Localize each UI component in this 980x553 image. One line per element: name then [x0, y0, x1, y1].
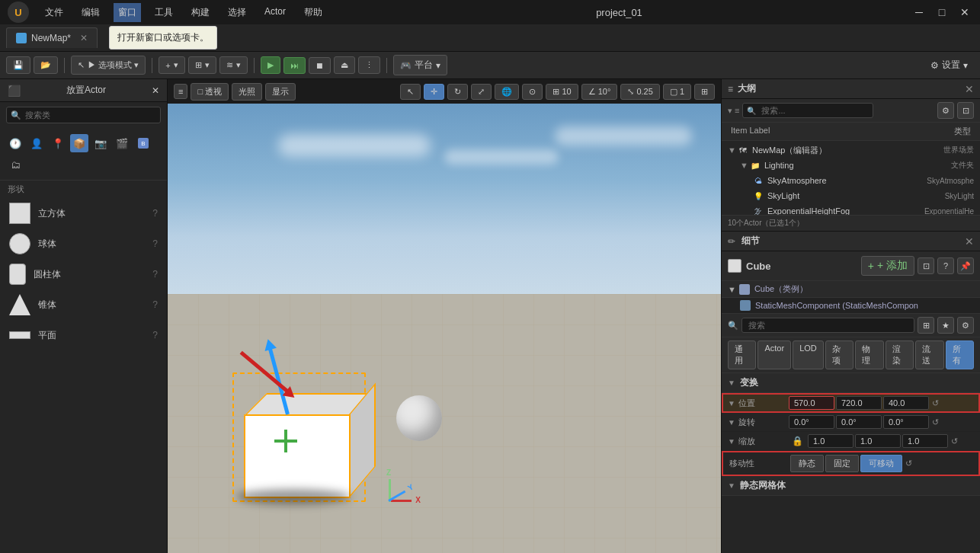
details-pin-btn[interactable]: 📌: [957, 257, 974, 274]
tab-misc[interactable]: 杂项: [825, 340, 853, 369]
tab-rendering[interactable]: 渲染: [886, 340, 914, 369]
cylinder-help-icon[interactable]: ?: [152, 269, 158, 280]
shape-cone-item[interactable]: 锥体 ?: [0, 289, 167, 320]
advance-frame-button[interactable]: ⏭: [283, 57, 306, 74]
tab-physics[interactable]: 物理: [855, 340, 883, 369]
menu-build[interactable]: 构建: [187, 3, 214, 22]
details-help-btn[interactable]: ?: [937, 257, 954, 274]
cat-shapes[interactable]: 📦: [70, 134, 88, 152]
menu-edit[interactable]: 编辑: [77, 3, 104, 22]
maximize-button[interactable]: □: [934, 5, 950, 20]
static-mesh-section-header[interactable]: ▼ 静态网格体: [722, 476, 980, 496]
vp-scale-btn[interactable]: ⤡ 0.25: [620, 84, 659, 100]
mobility-static-btn[interactable]: 静态: [790, 455, 824, 472]
tab-lod[interactable]: LOD: [793, 340, 824, 369]
rot-reset-icon[interactable]: ↺: [932, 417, 939, 427]
details-close-btn[interactable]: ✕: [965, 235, 974, 248]
vp-lit-btn[interactable]: 光照: [232, 83, 262, 101]
tab-actor[interactable]: Actor: [757, 340, 791, 369]
cat-pins[interactable]: 📍: [49, 134, 67, 152]
platform-button[interactable]: 🎮 平台 ▾: [393, 55, 447, 75]
tab-streaming[interactable]: 流送: [915, 340, 943, 369]
outliner-search-input[interactable]: [742, 103, 873, 118]
browse-button[interactable]: 📂: [34, 56, 58, 74]
cat-recent[interactable]: 🕐: [6, 134, 24, 152]
newmap-arrow[interactable]: ▼: [728, 145, 737, 155]
shape-sphere-item[interactable]: 球体 ?: [0, 229, 167, 259]
rot-y-input[interactable]: [836, 415, 882, 429]
cat-actors[interactable]: 👤: [27, 134, 46, 152]
viewport[interactable]: ≡ □ 透视 光照 显示 ↖ ✛ ↻ ⤢ 🌐 ⊙ ⊞ 10 ∠ 10° ⤡ 0.…: [168, 79, 721, 553]
place-actor-close[interactable]: ✕: [152, 85, 159, 96]
cube-help-icon[interactable]: ?: [152, 208, 158, 219]
menu-window[interactable]: 窗口: [114, 3, 141, 22]
cat-bp[interactable]: B: [134, 134, 152, 152]
outliner-filter-icon[interactable]: ▾ ≡: [728, 106, 739, 116]
tree-item-lighting[interactable]: ▼ 📁 Lighting 文件夹: [722, 158, 980, 173]
stop-button[interactable]: ⏹: [309, 57, 331, 74]
outliner-close-btn[interactable]: ✕: [965, 83, 974, 95]
details-grid-btn[interactable]: ⊞: [918, 317, 934, 334]
vp-world-tool[interactable]: 🌐: [495, 84, 519, 100]
vp-rotate-tool[interactable]: ↻: [447, 84, 468, 100]
menu-actor[interactable]: Actor: [260, 3, 290, 22]
vp-perspective-btn[interactable]: □ 透视: [191, 83, 229, 101]
rot-x-input[interactable]: [789, 415, 834, 429]
cat-folder[interactable]: 🗂: [6, 155, 24, 174]
scale-x-input[interactable]: [808, 434, 853, 448]
ue-logo[interactable]: U: [8, 2, 29, 23]
lock-scale-icon[interactable]: 🔒: [792, 436, 803, 446]
outliner-settings-btn[interactable]: ⚙: [937, 102, 954, 119]
blueprint-btn[interactable]: ⊡: [918, 257, 934, 274]
mobility-stationary-btn[interactable]: 固定: [825, 455, 859, 472]
sphere-help-icon[interactable]: ?: [152, 238, 158, 249]
scale-z-input[interactable]: [902, 434, 948, 448]
grid-snap-button[interactable]: ⊞ ▾: [188, 56, 216, 74]
scale-y-input[interactable]: [855, 434, 901, 448]
vp-menu-btn[interactable]: ≡: [174, 84, 187, 99]
add-component-btn[interactable]: + + 添加: [861, 256, 914, 276]
vp-select-tool[interactable]: ↖: [400, 84, 421, 100]
mobility-movable-btn[interactable]: 可移动: [860, 455, 902, 472]
vp-scale-tool[interactable]: ⤢: [471, 84, 492, 100]
eject-button[interactable]: ⏏: [334, 56, 355, 74]
vp-show-btn[interactable]: 显示: [265, 83, 296, 101]
tab-general[interactable]: 通用: [728, 340, 756, 369]
vp-surface-snap[interactable]: ⊙: [522, 84, 543, 100]
outliner-more-btn[interactable]: ⊡: [957, 102, 974, 119]
vp-frame-btn[interactable]: ▢ 1: [663, 84, 691, 100]
more-button[interactable]: ⋮: [358, 56, 380, 74]
tree-item-fog[interactable]: 🌫 ExponentialHeightFog ExponentialHe: [722, 203, 980, 215]
mobility-reset-icon[interactable]: ↺: [905, 459, 912, 468]
details-search-input[interactable]: [741, 318, 914, 333]
tree-item-skyatmo[interactable]: 🌤 SkyAtmosphere SkyAtmosphe: [722, 173, 980, 188]
settings-button[interactable]: ⚙ 设置 ▾: [924, 56, 974, 75]
menu-tools[interactable]: 工具: [150, 3, 178, 22]
pos-y-input[interactable]: [836, 396, 882, 410]
vp-angle-btn[interactable]: ∠ 10°: [581, 84, 618, 100]
animation-button[interactable]: ≋ ▾: [219, 56, 248, 74]
shape-cylinder-item[interactable]: 圆柱体 ?: [0, 259, 167, 289]
component-expand-icon[interactable]: ▼: [728, 285, 736, 294]
pos-expand-icon[interactable]: ▼: [728, 399, 735, 408]
vp-grid-size-btn[interactable]: ⊞ 10: [546, 84, 578, 100]
menu-file[interactable]: 文件: [40, 3, 68, 22]
cube-object[interactable]: [229, 399, 351, 498]
vp-maximize-btn[interactable]: ⊞: [694, 84, 715, 100]
scale-expand-icon[interactable]: ▼: [728, 437, 735, 446]
play-button[interactable]: ▶: [261, 56, 280, 74]
rot-expand-icon[interactable]: ▼: [728, 418, 735, 427]
tab-all[interactable]: 所有: [946, 340, 974, 369]
tree-item-skylight[interactable]: 💡 SkyLight SkyLight: [722, 188, 980, 203]
cat-anim[interactable]: 🎬: [113, 134, 131, 152]
vp-translate-tool[interactable]: ✛: [424, 84, 444, 100]
transform-section-header[interactable]: ▼ 变换: [722, 373, 980, 393]
pos-reset-icon[interactable]: ↺: [932, 398, 939, 408]
menu-select[interactable]: 选择: [223, 3, 251, 22]
tab-close-icon[interactable]: ✕: [80, 33, 88, 43]
shape-cube-item[interactable]: 立方体 ?: [0, 198, 167, 229]
details-settings2-btn[interactable]: ⚙: [957, 317, 974, 334]
lighting-arrow[interactable]: ▼: [740, 161, 749, 170]
rot-z-input[interactable]: [883, 415, 929, 429]
pos-x-input[interactable]: [789, 396, 834, 410]
